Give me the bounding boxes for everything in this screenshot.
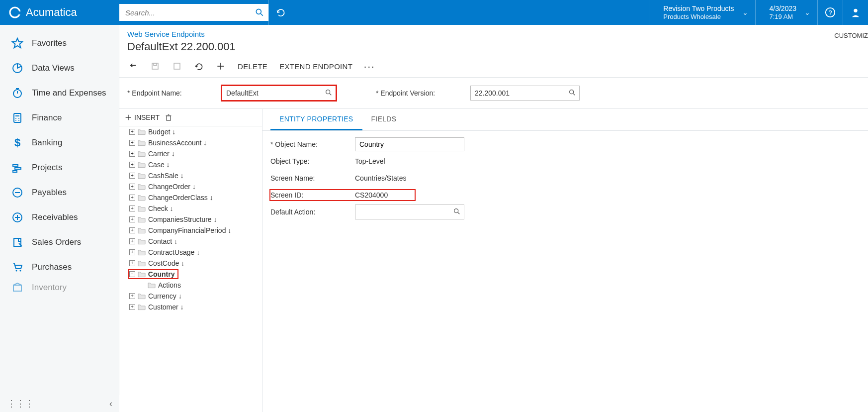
endpoint-version-input[interactable]: 22.200.001 (470, 86, 580, 101)
endpoint-name-input[interactable]: DefaultExt (222, 86, 336, 101)
default-action-input[interactable] (355, 205, 464, 219)
expander-icon[interactable]: + (129, 140, 135, 146)
expander-icon[interactable]: + (129, 195, 135, 201)
expander-icon[interactable]: + (129, 173, 135, 179)
expander-icon[interactable]: + (129, 238, 135, 244)
tab-fields[interactable]: FIELDS (362, 109, 406, 130)
date-selector[interactable]: 4/3/2023 7:19 AM ⌄ (755, 0, 818, 25)
sidebar-label: Payables (32, 188, 67, 198)
default-action-label: Default Action: (270, 208, 355, 216)
company-name: Revision Two Products (663, 4, 734, 13)
lookup-icon[interactable] (325, 89, 333, 97)
expander-icon[interactable]: + (129, 184, 135, 190)
extend-endpoint-button[interactable]: EXTEND ENDPOINT (279, 62, 352, 71)
entity-tree[interactable]: +Budget ↓+BusinessAccount ↓+Carrier ↓+Ca… (119, 126, 262, 412)
tree-node-label: CashSale ↓ (148, 172, 184, 180)
main-content: Web Service Endpoints DefaultExt 22.200.… (119, 25, 868, 412)
back-button[interactable] (128, 61, 138, 71)
sidebar-item-finance[interactable]: Finance (0, 105, 119, 130)
sidebar-item-receivables[interactable]: Receivables (0, 205, 119, 230)
breadcrumb[interactable]: Web Service Endpoints (127, 30, 205, 38)
sidebar-item-purchases[interactable]: Purchases (0, 255, 119, 280)
screen-name-value: Countries/States (355, 174, 407, 182)
sidebar-item-time[interactable]: Time and Expenses (0, 81, 119, 105)
user-button[interactable] (843, 0, 868, 25)
search-icon[interactable] (255, 7, 264, 17)
tree-node[interactable]: +Case ↓ (119, 159, 262, 170)
tree-node[interactable]: +Check ↓ (119, 203, 262, 214)
endpoint-form: Endpoint Name: DefaultExt Endpoint Versi… (119, 78, 868, 109)
svg-point-6 (854, 9, 857, 12)
tree-node[interactable]: − Country (119, 269, 262, 280)
delete-button[interactable]: DELETE (238, 62, 267, 71)
undo-button[interactable] (194, 61, 204, 71)
lookup-icon[interactable] (453, 207, 461, 215)
tab-entity-properties[interactable]: ENTITY PROPERTIES (270, 109, 362, 130)
lookup-icon[interactable] (568, 89, 576, 97)
expander-icon[interactable]: + (129, 162, 135, 168)
search-input[interactable] (125, 8, 255, 17)
svg-line-38 (330, 94, 331, 95)
sidebar-item-payables[interactable]: Payables (0, 180, 119, 205)
tree-node-label: ChangeOrderClass ↓ (148, 194, 213, 202)
box-icon (11, 281, 24, 293)
minus-circle-icon (11, 186, 24, 199)
sidebar-item-salesorders[interactable]: Sales Orders (0, 230, 119, 255)
search-box[interactable] (119, 4, 268, 21)
sidebar-item-favorites[interactable]: Favorites (0, 31, 119, 56)
tree-node[interactable]: +Carrier ↓ (119, 148, 262, 159)
page-title: DefaultExt 22.200.001 (119, 38, 244, 58)
cart-icon (11, 261, 24, 274)
tree-delete-button[interactable] (165, 113, 173, 122)
tree-node[interactable]: +CompanyFinancialPeriod ↓ (119, 225, 262, 236)
customization-link[interactable]: CUSTOMIZ (834, 25, 868, 39)
tree-node[interactable]: +BusinessAccount ↓ (119, 137, 262, 148)
tree-node[interactable]: +Contact ↓ (119, 236, 262, 247)
svg-text:?: ? (828, 9, 832, 16)
object-name-input[interactable] (355, 137, 464, 151)
company-sub: Products Wholesale (663, 13, 734, 21)
tree-insert-button[interactable]: INSERT (124, 113, 160, 121)
refresh-button[interactable] (268, 0, 293, 25)
expander-icon[interactable]: − (129, 271, 135, 277)
expander-icon[interactable]: + (129, 227, 135, 233)
chevron-down-icon: ⌄ (804, 8, 810, 16)
tree-node[interactable]: +ChangeOrder ↓ (119, 181, 262, 192)
tree-node[interactable]: +CashSale ↓ (119, 170, 262, 181)
plus-circle-icon (11, 211, 24, 224)
tree-node[interactable]: +ChangeOrderClass ↓ (119, 192, 262, 203)
expander-icon[interactable]: + (129, 206, 135, 211)
tree-node[interactable]: +Customer ↓ (119, 302, 262, 312)
collapse-sidebar-button[interactable]: ‹ (109, 399, 112, 409)
more-actions-button[interactable]: ··· (364, 61, 374, 71)
svg-point-46 (454, 209, 458, 213)
company-selector[interactable]: Revision Two Products Products Wholesale… (649, 0, 755, 25)
tree-node[interactable]: +ContractUsage ↓ (119, 247, 262, 258)
sidebar-item-inventory[interactable]: Inventory (0, 280, 119, 293)
expander-icon[interactable]: + (129, 260, 135, 266)
sidebar-item-projects[interactable]: Projects (0, 155, 119, 180)
tree-node[interactable]: +Currency ↓ (119, 291, 262, 302)
tree-node[interactable]: +CompaniesStructure ↓ (119, 214, 262, 225)
endpoint-name-label: Endpoint Name: (127, 89, 207, 97)
expander-icon[interactable]: + (129, 129, 135, 135)
expander-icon[interactable]: + (129, 216, 135, 222)
menu-dots-icon[interactable]: ⋮⋮⋮ (7, 398, 34, 409)
sidebar-item-banking[interactable]: $ Banking (0, 130, 119, 155)
add-button[interactable] (216, 61, 226, 71)
tree-node-actions[interactable]: Actions (119, 280, 262, 291)
expander-icon[interactable]: + (129, 151, 135, 157)
tree-node-label: CompaniesStructure ↓ (148, 215, 217, 223)
tree-node[interactable]: +Budget ↓ (119, 126, 262, 137)
entity-tree-panel: INSERT +Budget ↓+BusinessAccount ↓+Carri… (119, 109, 262, 412)
help-button[interactable]: ? (817, 0, 843, 25)
sidebar-item-dataviews[interactable]: Data Views (0, 56, 119, 81)
expander-icon[interactable]: + (129, 304, 135, 310)
expander-icon[interactable]: + (129, 249, 135, 255)
sidebar-label: Favorites (32, 38, 67, 48)
logo[interactable]: Acumatica (0, 6, 119, 19)
expander-icon[interactable]: + (129, 293, 135, 299)
svg-rect-31 (13, 285, 21, 291)
svg-rect-32 (152, 63, 158, 69)
tree-node[interactable]: +CostCode ↓ (119, 258, 262, 269)
